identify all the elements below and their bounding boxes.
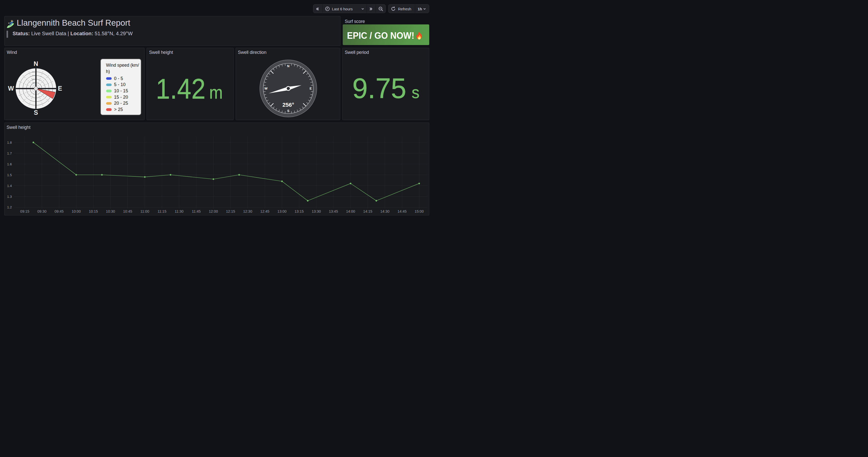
svg-text:09:45: 09:45: [55, 209, 64, 213]
svg-text:13:30: 13:30: [312, 209, 321, 213]
svg-text:15:00: 15:00: [415, 209, 424, 213]
svg-text:60%: 60%: [32, 75, 35, 76]
svg-text:10:45: 10:45: [123, 209, 132, 213]
svg-text:11:30: 11:30: [175, 209, 184, 213]
svg-text:N: N: [287, 64, 289, 68]
svg-text:12:15: 12:15: [226, 209, 235, 213]
svg-text:09:15: 09:15: [20, 209, 29, 213]
svg-text:S: S: [34, 109, 38, 116]
svg-text:10:00: 10:00: [72, 209, 81, 213]
svg-text:E: E: [310, 87, 312, 90]
svg-text:13:00: 13:00: [277, 209, 286, 213]
svg-text:N: N: [34, 60, 38, 67]
svg-text:80%: 80%: [32, 71, 35, 73]
svg-text:1.7: 1.7: [7, 151, 12, 155]
svg-text:1.4: 1.4: [7, 184, 12, 188]
svg-text:1.2: 1.2: [7, 205, 12, 209]
svg-text:10:30: 10:30: [106, 209, 115, 213]
svg-text:11:45: 11:45: [192, 209, 200, 213]
svg-text:14:15: 14:15: [363, 209, 372, 213]
svg-text:11:00: 11:00: [140, 209, 149, 213]
svg-text:12:45: 12:45: [260, 209, 269, 213]
svg-text:12:30: 12:30: [243, 209, 252, 213]
svg-text:1.5: 1.5: [7, 173, 12, 177]
svg-text:20%: 20%: [32, 82, 35, 84]
svg-text:1.6: 1.6: [7, 162, 12, 166]
svg-text:40%: 40%: [32, 79, 35, 80]
svg-text:11:15: 11:15: [157, 209, 166, 213]
svg-text:13:15: 13:15: [295, 209, 304, 213]
svg-text:W: W: [264, 87, 268, 90]
svg-text:1.3: 1.3: [7, 195, 12, 198]
svg-text:10:15: 10:15: [89, 209, 98, 213]
svg-text:E: E: [58, 85, 62, 92]
svg-text:13:45: 13:45: [329, 209, 338, 213]
svg-text:14:45: 14:45: [398, 209, 407, 213]
svg-text:W: W: [8, 85, 14, 92]
svg-text:14:30: 14:30: [380, 209, 390, 213]
svg-text:09:30: 09:30: [37, 209, 46, 213]
svg-text:12:00: 12:00: [209, 209, 218, 213]
svg-text:1.8: 1.8: [7, 140, 12, 144]
svg-text:256°: 256°: [282, 102, 294, 108]
svg-text:14:00: 14:00: [346, 209, 355, 213]
svg-text:S: S: [287, 109, 289, 113]
